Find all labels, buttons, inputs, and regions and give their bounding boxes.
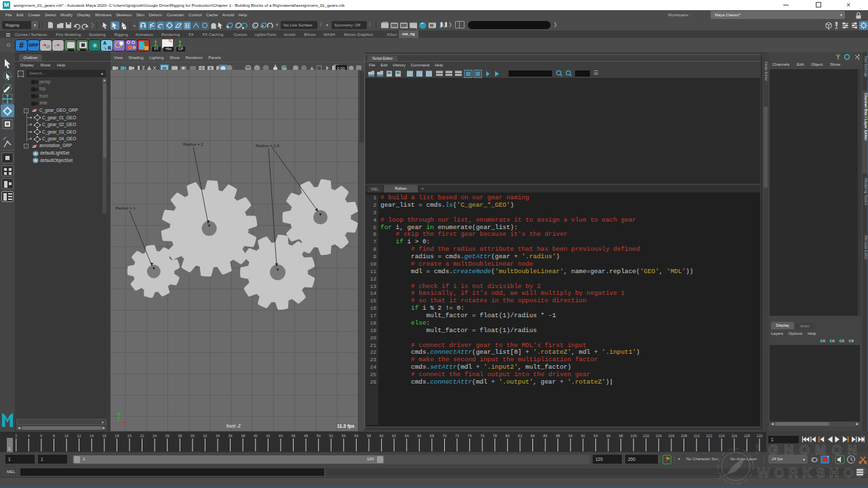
svg-text:80: 80 — [505, 434, 509, 438]
svg-text:92: 92 — [581, 434, 585, 438]
svg-text:front -Z: front -Z — [226, 424, 241, 428]
svg-text:94: 94 — [593, 434, 597, 438]
svg-text:64: 64 — [405, 434, 409, 438]
svg-text:22: 22 — [140, 434, 144, 438]
svg-text:60: 60 — [380, 434, 384, 438]
svg-text:78: 78 — [493, 434, 497, 438]
svg-text:Radius = 2: Radius = 2 — [183, 142, 203, 146]
svg-text:14: 14 — [90, 434, 94, 438]
svg-text:6: 6 — [40, 434, 42, 438]
svg-text:12: 12 — [77, 434, 81, 438]
svg-text:76: 76 — [480, 434, 484, 438]
svg-text:42: 42 — [266, 434, 270, 438]
svg-text:48: 48 — [304, 434, 308, 438]
svg-text:66: 66 — [417, 434, 421, 438]
svg-text:2: 2 — [15, 434, 17, 438]
svg-text:82: 82 — [518, 434, 522, 438]
svg-text:8: 8 — [53, 434, 55, 438]
svg-text:28: 28 — [178, 434, 182, 438]
svg-text:Radius = 1: Radius = 1 — [115, 205, 136, 210]
svg-text:104: 104 — [656, 434, 662, 438]
svg-text:GNOMON: GNOMON — [768, 443, 859, 457]
svg-text:52: 52 — [329, 434, 333, 438]
svg-text:110: 110 — [694, 434, 700, 438]
svg-text:10: 10 — [64, 434, 68, 438]
svg-text:4: 4 — [28, 434, 30, 438]
svg-text:44: 44 — [279, 434, 283, 438]
svg-text:38: 38 — [241, 434, 245, 438]
svg-text:50: 50 — [317, 434, 321, 438]
svg-text:102: 102 — [643, 434, 649, 438]
svg-text:72: 72 — [455, 434, 459, 438]
svg-text:100: 100 — [631, 434, 637, 438]
svg-text:88: 88 — [556, 434, 560, 438]
svg-text:58: 58 — [367, 434, 371, 438]
svg-text:56: 56 — [354, 434, 358, 438]
svg-text:96: 96 — [606, 434, 610, 438]
svg-text:74: 74 — [468, 434, 472, 438]
svg-text:WORKSHOP: WORKSHOP — [757, 466, 868, 480]
svg-text:108: 108 — [681, 434, 687, 438]
svg-text:46: 46 — [291, 434, 295, 438]
svg-text:16: 16 — [102, 434, 106, 438]
svg-text:THE: THE — [755, 443, 760, 453]
svg-text:18: 18 — [115, 434, 119, 438]
svg-text:40: 40 — [254, 434, 258, 438]
svg-text:86: 86 — [543, 434, 547, 438]
svg-text:54: 54 — [342, 434, 346, 438]
svg-text:98: 98 — [619, 434, 623, 438]
svg-text:106: 106 — [668, 434, 674, 438]
svg-text:Radius = 1.5: Radius = 1.5 — [256, 143, 279, 148]
svg-text:70: 70 — [442, 434, 446, 438]
svg-text:62: 62 — [392, 434, 396, 438]
svg-text:32: 32 — [203, 434, 207, 438]
svg-text:90: 90 — [568, 434, 572, 438]
svg-text:34: 34 — [216, 434, 220, 438]
svg-text:26: 26 — [165, 434, 170, 438]
svg-text:36: 36 — [229, 434, 233, 438]
svg-text:84: 84 — [530, 434, 534, 438]
svg-text:68: 68 — [430, 434, 434, 438]
svg-text:24: 24 — [153, 434, 157, 438]
svg-text:20: 20 — [127, 434, 132, 438]
svg-text:30: 30 — [191, 434, 195, 438]
svg-text:11.3 fps: 11.3 fps — [337, 424, 355, 429]
